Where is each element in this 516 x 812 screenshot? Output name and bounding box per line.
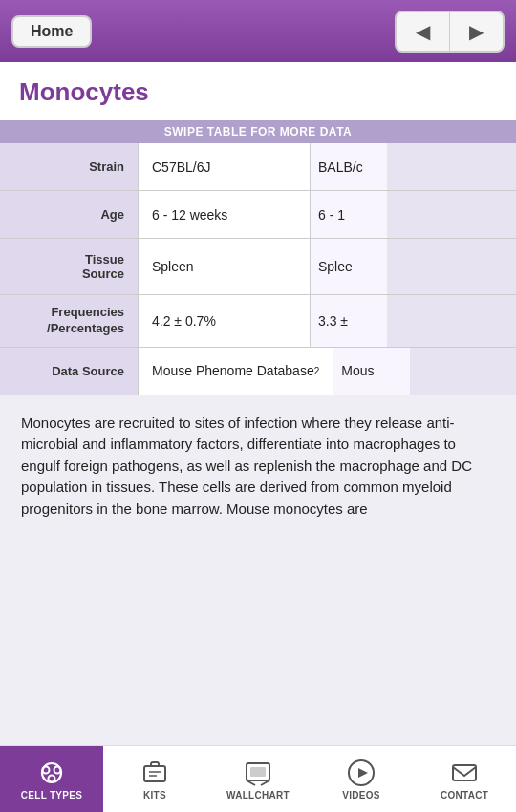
bottom-navigation: CELL TYPES KITS WALLCHART — [0, 745, 516, 812]
nav-item-videos[interactable]: VIDEOS — [310, 746, 413, 812]
cell-freq-c57: 4.2 ± 0.7% — [139, 295, 311, 347]
cell-strain-c57: C57BL/6J — [139, 143, 311, 190]
nav-item-cell-types[interactable]: CELL TYPES — [0, 746, 103, 812]
row-cells-datasource: Mouse Phenome Database2 Mous — [139, 348, 516, 395]
table-row: Data Source Mouse Phenome Database2 Mous — [0, 348, 516, 395]
page-title: Monocytes — [19, 77, 149, 106]
row-label-tissue: TissueSource — [0, 239, 139, 294]
cell-datasource-c57: Mouse Phenome Database2 — [139, 348, 333, 395]
cell-datasource-balb: Mous — [333, 348, 410, 395]
videos-icon — [346, 758, 376, 788]
cell-freq-balb: 3.3 ± — [311, 295, 387, 347]
table-row: Age 6 - 12 weeks 6 - 1 — [0, 191, 516, 239]
app-header: Home ◀ ▶ — [0, 0, 516, 62]
cell-strain-balb: BALB/c — [311, 143, 387, 190]
cell-tissue-balb: Splee — [311, 239, 387, 294]
nav-label-wallchart: WALLCHART — [226, 790, 290, 801]
wallchart-icon — [243, 758, 273, 788]
row-cells-age: 6 - 12 weeks 6 - 1 — [139, 191, 516, 238]
table-row: Strain C57BL/6J BALB/c — [0, 143, 516, 191]
cell-types-icon — [36, 758, 67, 788]
svg-rect-8 — [250, 767, 266, 777]
svg-marker-12 — [358, 768, 368, 778]
back-button[interactable]: ◀ — [397, 12, 450, 51]
table-row: Frequencies/Percentages 4.2 ± 0.7% 3.3 ± — [0, 295, 516, 348]
row-label-age: Age — [0, 191, 139, 238]
title-bar: Monocytes — [0, 62, 516, 120]
row-label-freq: Frequencies/Percentages — [0, 295, 139, 347]
contact-icon — [449, 758, 480, 788]
svg-rect-13 — [453, 765, 476, 780]
row-cells-freq: 4.2 ± 0.7% 3.3 ± — [139, 295, 516, 347]
row-label-strain: Strain — [0, 143, 139, 190]
nav-label-contact: CONTACT — [441, 790, 488, 801]
row-cells-strain: C57BL/6J BALB/c — [139, 143, 516, 190]
cell-age-c57: 6 - 12 weeks — [139, 191, 311, 238]
data-table-section: SWIPE TABLE FOR MORE DATA Strain C57BL/6… — [0, 120, 516, 395]
cell-age-balb: 6 - 1 — [311, 191, 387, 238]
swipe-hint: SWIPE TABLE FOR MORE DATA — [0, 120, 516, 143]
nav-label-kits: KITS — [143, 790, 166, 801]
home-button[interactable]: Home — [11, 15, 92, 48]
description-text: Monocytes are recruited to sites of infe… — [0, 395, 516, 530]
nav-item-kits[interactable]: KITS — [103, 746, 206, 812]
svg-rect-4 — [144, 766, 165, 781]
svg-point-3 — [49, 776, 55, 782]
row-label-datasource: Data Source — [0, 348, 139, 395]
data-table: Strain C57BL/6J BALB/c Age 6 - 12 weeks … — [0, 143, 516, 395]
table-row: TissueSource Spleen Splee — [0, 239, 516, 295]
cell-tissue-c57: Spleen — [139, 239, 311, 294]
nav-item-contact[interactable]: CONTACT — [413, 746, 516, 812]
navigation-arrows: ◀ ▶ — [395, 11, 505, 53]
kits-icon — [140, 758, 170, 788]
row-cells-tissue: Spleen Splee — [139, 239, 516, 294]
forward-button[interactable]: ▶ — [450, 12, 503, 51]
nav-label-cell-types: CELL TYPES — [21, 790, 83, 801]
nav-item-wallchart[interactable]: WALLCHART — [206, 746, 310, 812]
nav-label-videos: VIDEOS — [342, 790, 380, 801]
